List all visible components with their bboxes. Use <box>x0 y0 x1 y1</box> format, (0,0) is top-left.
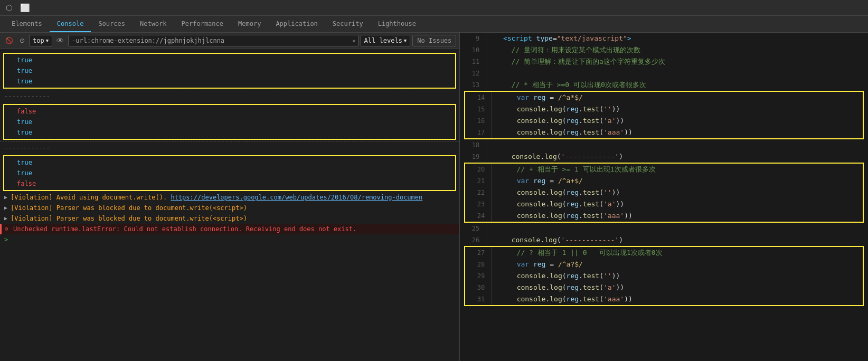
code-line-26: 26 console.log('------------') <box>460 234 868 246</box>
violation-link[interactable]: https://developers.google.com/web/update… <box>171 194 422 201</box>
console-line: true <box>4 65 455 76</box>
collapse-arrow-icon[interactable]: ▶ <box>4 203 7 213</box>
code-line-17: 17 console.log(reg.test('aaa')) <box>465 127 863 138</box>
clear-console-button[interactable]: 🚫 <box>3 36 15 45</box>
line-number: 30 <box>465 282 492 293</box>
console-toolbar: 🚫 ⊙ top ▼ 👁 -url:chrome-extension://jgph… <box>0 33 459 49</box>
code-line-31: 31 console.log(reg.test('aaa')) <box>465 293 863 305</box>
tab-console[interactable]: Console <box>50 16 91 32</box>
line-content: console.log(reg.test('aaa')) <box>492 293 863 305</box>
line-number: 10 <box>460 44 486 56</box>
code-line-28: 28 var reg = /^a?$/ <box>465 259 863 270</box>
devtools-topbar: ⬡ ⬜ <box>0 0 868 16</box>
line-number: 13 <box>460 79 486 91</box>
code-line-15: 15 console.log(reg.test('')) <box>465 103 863 115</box>
line-content <box>486 223 868 234</box>
collapse-arrow-icon[interactable]: ▶ <box>4 193 7 202</box>
code-line-13: 13 // * 相当于 >=0 可以出现0次或者很多次 <box>460 79 868 91</box>
line-number: 14 <box>465 92 492 103</box>
code-line-10: 10 // 量词符：用来设定某个模式出现的次数 <box>460 44 868 56</box>
line-content: console.log(reg.test('')) <box>492 270 863 282</box>
code-line-14: 14 var reg = /^a*$/ <box>465 92 863 103</box>
line-number: 31 <box>465 293 492 305</box>
line-number: 12 <box>460 68 486 79</box>
console-line: true <box>4 76 455 87</box>
tab-performance[interactable]: Performance <box>174 16 231 32</box>
collapse-arrow-icon[interactable]: ▶ <box>4 214 7 223</box>
tab-memory[interactable]: Memory <box>231 16 268 32</box>
line-content: console.log('------------') <box>486 234 868 246</box>
code-highlight-group-1: 14 var reg = /^a*$/ 15 console.log(reg.t… <box>464 91 864 139</box>
line-number: 19 <box>460 151 486 163</box>
line-number: 23 <box>465 198 492 210</box>
console-line: true <box>4 157 455 168</box>
code-panel: 9 <script type="text/javascript"> 10 // … <box>460 33 868 361</box>
console-group-3: true true false <box>3 155 456 191</box>
line-number: 18 <box>460 139 486 151</box>
line-number: 29 <box>465 270 492 282</box>
console-line: true <box>4 127 455 138</box>
log-level-selector[interactable]: All levels ▼ <box>361 35 411 46</box>
line-content: // * 相当于 >=0 可以出现0次或者很多次 <box>486 79 868 91</box>
code-line-22: 22 console.log(reg.test('')) <box>465 187 863 198</box>
filter-clear-icon[interactable]: ✕ <box>352 37 356 44</box>
code-line-24: 24 console.log(reg.test('aaa')) <box>465 210 863 222</box>
console-line: true <box>4 117 455 127</box>
context-dropdown-icon: ▼ <box>46 38 49 43</box>
tab-application[interactable]: Application <box>268 16 325 32</box>
eye-icon[interactable]: 👁 <box>54 35 66 46</box>
code-line-27: 27 // ? 相当于 1 || 0 可以出现1次或者0次 <box>465 247 863 259</box>
line-number: 15 <box>465 103 492 115</box>
tab-network[interactable]: Network <box>133 16 174 32</box>
line-content: <script type="text/javascript"> <box>486 33 868 44</box>
console-error-line: ⊘ Unchecked runtime.lastError: Could not… <box>0 224 459 234</box>
code-line-25: 25 <box>460 223 868 234</box>
level-label: All levels <box>364 37 402 44</box>
code-line-29: 29 console.log(reg.test('')) <box>465 270 863 282</box>
line-number: 20 <box>465 164 492 175</box>
tab-sources[interactable]: Sources <box>91 16 133 32</box>
line-content: var reg = /^a?$/ <box>492 259 863 270</box>
code-line-21: 21 var reg = /^a+$/ <box>465 175 863 187</box>
devtools-tabs: Elements Console Sources Network Perform… <box>0 16 868 33</box>
line-content <box>486 139 868 151</box>
console-line: true <box>4 55 455 65</box>
code-highlight-group-3: 27 // ? 相当于 1 || 0 可以出现1次或者0次 28 var reg… <box>464 246 864 306</box>
console-line: false <box>4 106 455 117</box>
line-number: 26 <box>460 234 486 246</box>
line-content <box>486 68 868 79</box>
line-content: // 简单理解：就是让下面的a这个字符重复多少次 <box>486 56 868 68</box>
line-content: console.log('------------') <box>486 151 868 163</box>
line-number: 24 <box>465 210 492 222</box>
line-content: // 量词符：用来设定某个模式出现的次数 <box>486 44 868 56</box>
console-violation-3: ▶ [Violation] Parser was blocked due to … <box>0 213 459 224</box>
line-content: console.log(reg.test('a')) <box>492 115 863 127</box>
console-prompt[interactable]: > <box>0 234 459 245</box>
tab-security[interactable]: Security <box>325 16 371 32</box>
context-label: top <box>33 37 44 44</box>
line-number: 11 <box>460 56 486 68</box>
prompt-symbol: > <box>4 236 8 243</box>
line-number: 21 <box>465 175 492 187</box>
console-output[interactable]: true true true ------------ false true t… <box>0 49 459 361</box>
filter-toggle-button[interactable]: ⊙ <box>17 36 27 45</box>
code-line-18: 18 <box>460 139 868 151</box>
line-content: console.log(reg.test('a')) <box>492 198 863 210</box>
line-content: console.log(reg.test('aaa')) <box>492 127 863 138</box>
no-issues-text: No Issues <box>417 37 451 44</box>
device-icon[interactable]: ⬜ <box>17 2 33 14</box>
filter-input-wrapper[interactable]: -url:chrome-extension://jgphnjokjhjlcnna… <box>68 35 358 46</box>
inspect-icon[interactable]: ⬡ <box>3 2 15 14</box>
tab-lighthouse[interactable]: Lighthouse <box>371 16 423 32</box>
line-number: 28 <box>465 259 492 270</box>
line-content: // ? 相当于 1 || 0 可以出现1次或者0次 <box>492 247 863 259</box>
context-selector[interactable]: top ▼ <box>29 35 52 46</box>
filter-input-text: -url:chrome-extension://jgphnjokjhjlcnna <box>72 37 224 44</box>
tab-elements[interactable]: Elements <box>4 16 50 32</box>
console-group-1: true true true <box>3 53 456 89</box>
code-line-19: 19 console.log('------------') <box>460 151 868 163</box>
line-number: 16 <box>465 115 492 127</box>
console-violation-2: ▶ [Violation] Parser was blocked due to … <box>0 203 459 213</box>
no-issues-badge[interactable]: No Issues <box>412 35 456 46</box>
code-line-23: 23 console.log(reg.test('a')) <box>465 198 863 210</box>
